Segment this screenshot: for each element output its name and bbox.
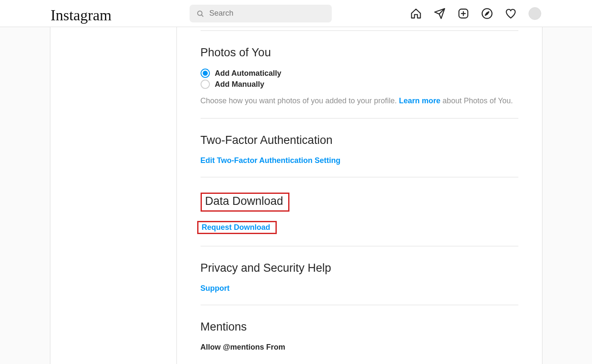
nav-icons: [410, 7, 541, 20]
radio-label: Add Automatically: [215, 69, 281, 78]
learn-more-link[interactable]: Learn more: [399, 97, 441, 105]
svg-marker-7: [485, 11, 489, 15]
messenger-icon[interactable]: [434, 8, 446, 19]
top-nav-inner: Instagram: [51, 5, 542, 22]
radio-add-manually[interactable]: Add Manually: [201, 80, 518, 89]
section-privacy-help: Privacy and Security Help Support: [201, 246, 518, 305]
edit-two-factor-link[interactable]: Edit Two-Factor Authentication Setting: [201, 156, 341, 165]
section-title-mentions: Mentions: [201, 320, 518, 334]
section-title-photos-of-you: Photos of You: [201, 46, 518, 59]
page: Photos of You Add Automatically Add Manu…: [0, 0, 592, 364]
explore-icon[interactable]: [481, 8, 493, 19]
help-suffix: about Photos of You.: [441, 97, 513, 105]
settings-main: Photos of You Add Automatically Add Manu…: [177, 27, 542, 364]
allow-mentions-label: Allow @mentions From: [201, 343, 518, 352]
radio-button-icon: [201, 80, 210, 89]
radio-add-automatically[interactable]: Add Automatically: [201, 69, 518, 78]
section-title-privacy-help: Privacy and Security Help: [201, 262, 518, 275]
top-nav: Instagram: [0, 0, 592, 27]
radio-label: Add Manually: [215, 80, 264, 89]
support-link[interactable]: Support: [201, 284, 230, 292]
svg-line-1: [202, 15, 203, 16]
activity-heart-icon[interactable]: [505, 8, 517, 19]
help-text: Choose how you want photos of you added …: [201, 96, 518, 106]
section-data-download: Data Download Request Download: [201, 177, 518, 246]
home-icon[interactable]: [410, 8, 422, 19]
highlight-box: Request Download: [197, 221, 277, 234]
help-prefix: Choose how you want photos of you added …: [201, 97, 399, 105]
new-post-icon[interactable]: [457, 8, 469, 19]
section-photos-of-you: Photos of You Add Automatically Add Manu…: [201, 30, 518, 118]
search-icon: [196, 10, 204, 17]
request-download-link[interactable]: Request Download: [202, 223, 270, 232]
profile-avatar[interactable]: [529, 7, 541, 20]
section-mentions: Mentions Allow @mentions From: [201, 305, 518, 364]
highlight-box: Data Download: [201, 193, 290, 212]
search-box[interactable]: [190, 5, 332, 22]
section-title-two-factor: Two-Factor Authentication: [201, 134, 518, 147]
settings-sidebar: [50, 27, 177, 364]
settings-columns: Photos of You Add Automatically Add Manu…: [50, 27, 542, 364]
section-title-data-download: Data Download: [201, 193, 518, 212]
search-input[interactable]: [209, 9, 325, 18]
brand-logo[interactable]: Instagram: [51, 6, 112, 24]
section-two-factor: Two-Factor Authentication Edit Two-Facto…: [201, 118, 518, 177]
avatar: [529, 7, 541, 20]
radio-button-icon: [201, 69, 210, 78]
